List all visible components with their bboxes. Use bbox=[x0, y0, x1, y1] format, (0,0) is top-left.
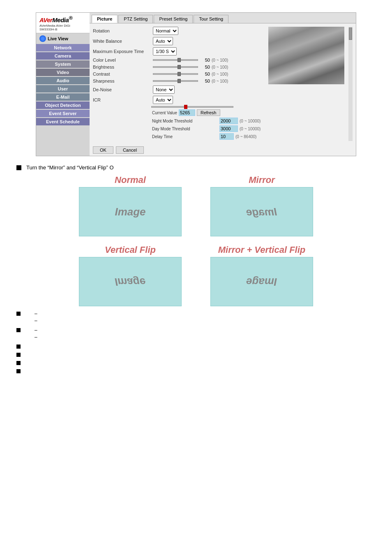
logo-sub: AVerMedia AVer DiGi SM3333H-B bbox=[39, 24, 86, 31]
max-exposure-row: Maximum Exposure Time 1/30 S bbox=[93, 47, 264, 56]
sidebar-item-camera[interactable]: Camera bbox=[36, 52, 90, 60]
brightness-range: (0 ~ 100) bbox=[212, 65, 228, 69]
sidebar-item-video[interactable]: Video bbox=[36, 69, 90, 76]
image-text-normal: Image bbox=[115, 206, 145, 218]
contrast-slider-container: 50 (0 ~ 100) bbox=[153, 72, 228, 76]
white-balance-select[interactable]: Auto bbox=[153, 37, 173, 45]
screenshot-container: AVerMedia® AVerMedia AVer DiGi SM3333H-B… bbox=[36, 12, 356, 156]
sidebar-item-network[interactable]: Network bbox=[36, 44, 90, 51]
lower-bullet-text-4 bbox=[25, 352, 27, 357]
day-mode-input[interactable] bbox=[219, 125, 238, 132]
current-value-input[interactable] bbox=[179, 109, 195, 116]
sharpness-slider-container: 50 (0 ~ 100) bbox=[153, 79, 228, 83]
lower-bullet-4 bbox=[16, 352, 376, 357]
lower-bullet-text-3 bbox=[25, 343, 27, 349]
sharpness-value: 50 bbox=[200, 79, 210, 83]
color-level-range: (0 ~ 100) bbox=[212, 58, 228, 62]
lower-bullet-content-2: – – bbox=[25, 327, 37, 341]
tab-tour-setting[interactable]: Tour Setting bbox=[194, 15, 228, 23]
color-level-row: Color Level 50 (0 ~ 100) bbox=[93, 58, 264, 62]
de-noise-control: None bbox=[153, 86, 175, 94]
camera-preview bbox=[268, 27, 344, 84]
bottom-buttons: OK Cancel bbox=[90, 144, 356, 156]
sharpness-slider[interactable] bbox=[153, 80, 198, 82]
live-view-icon bbox=[39, 35, 46, 42]
grid-title-mirror: Mirror bbox=[249, 175, 275, 185]
form-fields: Rotation Normal White Balance Auto bbox=[93, 27, 264, 141]
sidebar-item-object-detection[interactable]: Object Detection bbox=[36, 102, 90, 109]
logo-avermedia: AVerMedia® bbox=[39, 15, 86, 23]
image-grid-section: Normal Image Mirror Image Vertical Flip … bbox=[69, 175, 323, 306]
brightness-slider[interactable] bbox=[153, 66, 198, 68]
lower-bullet-3 bbox=[16, 343, 376, 349]
sidebar-item-email[interactable]: E-Mail bbox=[36, 93, 90, 101]
sidebar-item-system[interactable]: System bbox=[36, 60, 90, 68]
grid-item-mvflip: Mirror + Vertical Flip Image bbox=[200, 245, 323, 306]
rotation-select[interactable]: Normal bbox=[153, 27, 178, 35]
live-view-label: Live View bbox=[48, 36, 68, 41]
lower-bullet-content-1: – – bbox=[25, 310, 37, 324]
sidebar-item-event-schedule[interactable]: Event Schedule bbox=[36, 118, 90, 125]
bullet-section-1: Turn the “Mirror” and “Vertical Flip” O bbox=[16, 164, 376, 171]
white-balance-label: White Balance bbox=[93, 39, 150, 44]
night-mode-label: Night Mode Threshold bbox=[152, 119, 218, 123]
rotation-label: Rotation bbox=[93, 28, 150, 33]
sidebar-live-view[interactable]: Live View bbox=[36, 33, 90, 44]
sub-bullet-1-2: – bbox=[35, 317, 37, 324]
brightness-label: Brightness bbox=[93, 65, 150, 69]
image-box-mirror: Image bbox=[210, 187, 313, 236]
white-balance-row: White Balance Auto bbox=[93, 37, 264, 45]
delay-time-label: Delay Time bbox=[152, 134, 218, 139]
bullet-item-1: Turn the “Mirror” and “Vertical Flip” O bbox=[16, 164, 376, 171]
grid-item-normal: Normal Image bbox=[69, 175, 192, 236]
rotation-control: Normal bbox=[153, 27, 178, 35]
day-mode-label: Day Mode Threshold bbox=[152, 127, 218, 131]
delay-time-input[interactable] bbox=[219, 133, 234, 140]
de-noise-select[interactable]: None bbox=[153, 86, 175, 94]
current-value-row: Current Value Refresh bbox=[93, 109, 264, 116]
de-noise-row: De-Noise None bbox=[93, 86, 264, 94]
contrast-row: Contrast 50 (0 ~ 100) bbox=[93, 72, 264, 76]
bullet-text-1: Turn the “Mirror” and “Vertical Flip” O bbox=[26, 164, 114, 171]
max-exposure-select[interactable]: 1/30 S bbox=[153, 47, 177, 56]
max-exposure-control: 1/30 S bbox=[153, 47, 177, 56]
icr-select[interactable]: Auto bbox=[153, 96, 173, 104]
sharpness-range: (0 ~ 100) bbox=[212, 79, 228, 83]
sidebar-item-event-server[interactable]: Event Server bbox=[36, 110, 90, 117]
tab-ptz-setting[interactable]: PTZ Setting bbox=[118, 15, 153, 23]
scrollbar[interactable] bbox=[348, 27, 353, 141]
image-box-mvflip: Image bbox=[210, 257, 313, 306]
icr-slider[interactable] bbox=[151, 106, 233, 108]
tab-preset-setting[interactable]: Preset Setting bbox=[154, 15, 193, 23]
ok-button[interactable]: OK bbox=[93, 146, 113, 154]
form-area: Rotation Normal White Balance Auto bbox=[90, 23, 356, 144]
image-grid: Normal Image Mirror Image Vertical Flip … bbox=[69, 175, 323, 306]
sidebar-item-audio[interactable]: Audio bbox=[36, 77, 90, 84]
tab-picture[interactable]: Picture bbox=[92, 15, 118, 23]
bullet-square-1 bbox=[16, 165, 21, 170]
delay-time-row: Delay Time (0 ~ 86400) bbox=[93, 133, 264, 140]
sharpness-label: Sharpness bbox=[93, 79, 150, 83]
sidebar-logo: AVerMedia® AVerMedia AVer DiGi SM3333H-B bbox=[36, 13, 90, 33]
color-level-slider[interactable] bbox=[153, 59, 198, 61]
cancel-button[interactable]: Cancel bbox=[116, 146, 144, 154]
lower-bullet-5 bbox=[16, 360, 376, 365]
refresh-button[interactable]: Refresh bbox=[197, 109, 220, 116]
brightness-row: Brightness 50 (0 ~ 100) bbox=[93, 65, 264, 69]
night-mode-row: Night Mode Threshold (0 ~ 10000) bbox=[93, 118, 264, 124]
contrast-slider[interactable] bbox=[153, 73, 198, 75]
color-level-label: Color Level bbox=[93, 58, 150, 62]
day-mode-row: Day Mode Threshold (0 ~ 10000) bbox=[93, 125, 264, 132]
lower-bullet-1: – – bbox=[16, 310, 376, 324]
contrast-label: Contrast bbox=[93, 72, 150, 76]
sidebar-item-user[interactable]: User bbox=[36, 85, 90, 92]
night-mode-input[interactable] bbox=[219, 118, 238, 124]
camera-preview-image bbox=[268, 27, 344, 84]
lower-bullet-sq-4 bbox=[16, 353, 21, 357]
icr-slider-container bbox=[93, 106, 264, 108]
lower-bullet-text-5 bbox=[25, 360, 27, 365]
delay-time-range: (0 ~ 86400) bbox=[235, 134, 256, 139]
sub-bullet-2-1: – bbox=[35, 327, 37, 333]
scrollbar-thumb[interactable] bbox=[349, 28, 352, 40]
rotation-row: Rotation Normal bbox=[93, 27, 264, 35]
